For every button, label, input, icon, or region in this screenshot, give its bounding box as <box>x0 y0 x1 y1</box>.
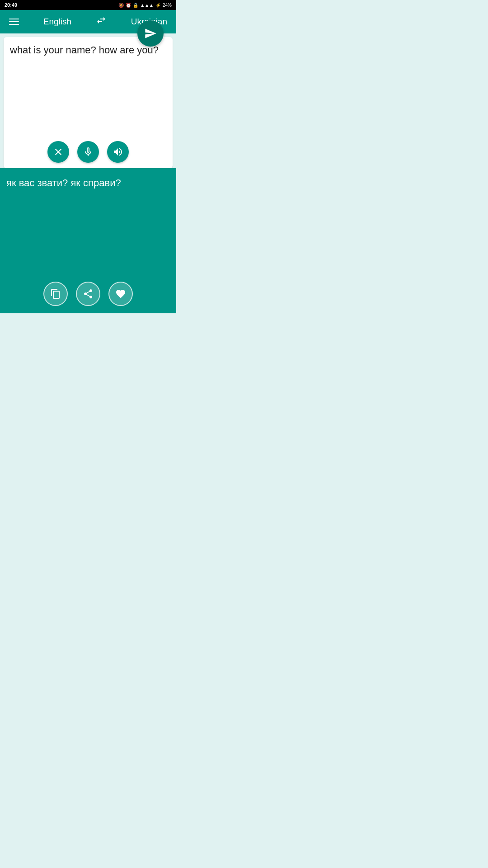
status-icons: 🔕 ⏰ 🔒 ▲▲▲ ⚡ 24% <box>118 3 172 8</box>
source-text[interactable]: what is your name? how are you? <box>10 43 166 57</box>
lock-icon: 🔒 <box>133 3 138 8</box>
target-panel: як вас звати? як справи? <box>0 168 176 313</box>
battery-text: 24% <box>163 3 172 8</box>
favorite-button[interactable] <box>108 282 133 306</box>
main-content: what is your name? how are you? <box>0 33 176 313</box>
speak-icon <box>113 146 123 157</box>
share-button[interactable] <box>76 282 100 306</box>
menu-button[interactable] <box>9 19 19 25</box>
signal-icon: ▲▲▲ <box>140 3 154 8</box>
status-time: 20:49 <box>5 2 17 8</box>
translate-button[interactable] <box>137 20 164 47</box>
source-language[interactable]: English <box>43 17 71 27</box>
target-text: як вас звати? як справи? <box>6 176 170 190</box>
copy-button[interactable] <box>43 282 68 306</box>
share-icon <box>83 288 94 299</box>
source-wrapper: what is your name? how are you? <box>0 33 176 168</box>
source-actions <box>47 141 129 163</box>
target-actions <box>43 282 133 306</box>
send-icon <box>144 27 157 40</box>
source-panel: what is your name? how are you? <box>4 37 173 168</box>
heart-icon <box>115 288 126 299</box>
clear-button[interactable] <box>47 141 69 163</box>
microphone-icon <box>83 146 94 157</box>
alarm-icon: ⏰ <box>126 3 131 8</box>
swap-languages-button[interactable] <box>96 15 107 28</box>
copy-icon <box>50 288 61 299</box>
panels: what is your name? how are you? <box>0 33 176 313</box>
microphone-button[interactable] <box>77 141 99 163</box>
charge-icon: ⚡ <box>155 3 161 8</box>
status-bar: 20:49 🔕 ⏰ 🔒 ▲▲▲ ⚡ 24% <box>0 0 176 10</box>
clear-icon <box>53 146 64 157</box>
swap-icon <box>96 15 107 26</box>
notification-icon: 🔕 <box>118 3 124 8</box>
speak-button[interactable] <box>107 141 129 163</box>
